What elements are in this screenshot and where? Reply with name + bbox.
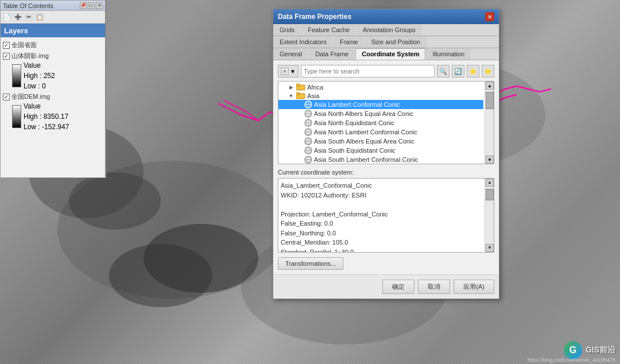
toc-checkbox-provinces[interactable]: ✓ xyxy=(3,42,10,49)
coord-blank xyxy=(281,200,480,210)
toc-layer-dem: ✓ 全国DEM.img Value High : 8350.17 Low : -… xyxy=(1,91,105,132)
toc-toolbar: 📄 ➕ ✂ 📋 xyxy=(1,11,105,24)
search-type-dropdown[interactable]: ≡ ▼ xyxy=(278,65,299,78)
search-input[interactable] xyxy=(301,65,435,78)
search-button[interactable]: 🔍 xyxy=(437,65,450,78)
toc-toolbar-btn-1[interactable]: 📄 xyxy=(2,13,12,22)
tree-item-asia-north-lambert[interactable]: ▶ Asia North Lambert Conformal Conic xyxy=(278,127,483,137)
dialog-title: Data Frame Properties xyxy=(278,13,351,21)
dialog-footer: 确定 取消 应用(A) xyxy=(273,274,499,299)
toc-legend-low: Low : 0 xyxy=(24,82,55,90)
tab-feature-cache[interactable]: Feature Cache xyxy=(301,24,356,36)
projection-icon-south-lambert xyxy=(304,156,312,164)
cancel-button[interactable]: 取消 xyxy=(418,280,450,294)
transformations-button[interactable]: Transformations... xyxy=(278,257,343,270)
search-type-icon: ≡ xyxy=(281,67,289,75)
toc-legend-high: High : 252 xyxy=(24,72,55,80)
asia-south-albers-label: Asia South Albers Equal Area Conic xyxy=(314,138,414,145)
current-coord-label: Current coordinate system: xyxy=(278,169,494,176)
toc-checkbox-hillshade[interactable]: ✓ xyxy=(3,53,10,60)
tab-annotation-groups[interactable]: Annotation Groups xyxy=(356,24,422,36)
projection-icon-north-equidistant xyxy=(304,119,312,127)
dialog-tabs-row2: Extent Indicators Frame Size and Positio… xyxy=(273,36,499,48)
asia-label: Asia xyxy=(307,92,319,99)
tree-item-asia-south-albers[interactable]: ▶ Asia South Albers Equal Area Conic xyxy=(278,137,483,146)
toc-layer-header-provinces: ✓ 全国省面 xyxy=(3,40,103,50)
tab-data-frame[interactable]: Data Frame xyxy=(309,48,355,60)
dialog-tabs-row3: General Data Frame Coordinate System Ill… xyxy=(273,48,499,60)
svg-rect-12 xyxy=(296,92,300,95)
tab-illumination[interactable]: Illumination xyxy=(426,48,471,60)
toc-legend-labels-dem: Value High : 8350.17 Low : -152.947 xyxy=(24,102,69,131)
tree-item-africa[interactable]: ▶ Africa xyxy=(278,83,483,91)
coord-scroll-thumb[interactable] xyxy=(486,189,494,200)
search-btn-add-favorites[interactable]: ⭐ xyxy=(467,65,479,78)
coord-scrollbar[interactable]: ▲ ▼ xyxy=(485,179,494,252)
toc-float-button[interactable]: ▭ xyxy=(88,2,95,9)
asia-folder-icon xyxy=(296,92,305,99)
asia-lambert-label: Asia Lambert Conformal Conic xyxy=(314,101,400,108)
coord-name: Asia_Lambert_Conformal_Conic xyxy=(281,181,480,191)
search-btn-2[interactable]: 🔄 xyxy=(452,65,464,78)
toc-close-button[interactable]: ✕ xyxy=(96,2,103,9)
asia-north-albers-label: Asia North Albers Equal Area Conic xyxy=(314,110,413,117)
coord-scroll-down[interactable]: ▼ xyxy=(486,244,494,252)
tree-item-asia-south-lambert[interactable]: ▶ Asia South Lambert Conformal Conic xyxy=(278,155,483,164)
toc-toolbar-btn-2[interactable]: ➕ xyxy=(13,13,23,22)
tree-item-asia-lambert[interactable]: ▶ Asia Lambert Conformal Conic xyxy=(278,100,483,109)
tree-item-asia-north-albers[interactable]: ▶ Asia North Albers Equal Area Conic xyxy=(278,109,483,118)
search-dropdown-arrow: ▼ xyxy=(290,68,296,75)
ok-button[interactable]: 确定 xyxy=(382,280,414,294)
asia-south-equidistant-label: Asia South Equidistant Conic xyxy=(314,147,396,154)
projection-icon-lambert xyxy=(304,100,312,109)
dialog-content: ≡ ▼ 🔍 🔄 ⭐ ⭐ ▶ Africa xyxy=(273,60,499,274)
tree-scroll-up[interactable]: ▲ xyxy=(486,82,494,90)
toc-layers-header: Layers xyxy=(1,24,105,37)
toc-legend-item-dem: Value High : 8350.17 Low : -152.947 xyxy=(12,102,103,131)
search-btn-settings[interactable]: ⭐ xyxy=(482,65,494,78)
asia-south-lambert-label: Asia South Lambert Conformal Conic xyxy=(314,156,418,163)
coordinate-system-tree[interactable]: ▶ Africa ▼ Asia xyxy=(278,81,494,164)
toc-panel: Table Of Contents 📌 ▭ ✕ 📄 ➕ ✂ 📋 Layers ✓… xyxy=(0,0,106,178)
tree-scroll-down[interactable]: ▼ xyxy=(486,156,494,164)
tree-item-asia-north-equidistant[interactable]: ▶ Asia North Equidistant Conic xyxy=(278,118,483,127)
svg-text:≡: ≡ xyxy=(284,69,286,74)
toc-legend-dem-low: Low : -152.947 xyxy=(24,123,69,131)
dialog-close-button[interactable]: ✕ xyxy=(485,12,494,21)
tab-extent-indicators[interactable]: Extent Indicators xyxy=(273,36,333,48)
apply-button[interactable]: 应用(A) xyxy=(454,280,494,294)
coord-central-meridian: Central_Meridian: 105.0 xyxy=(281,238,480,247)
coord-false-easting: False_Easting: 0.0 xyxy=(281,219,480,229)
url-text: https://blog.csdn.net/weixin_44195475 xyxy=(528,357,615,363)
toc-layer-name-dem: 全国DEM.img xyxy=(11,92,50,101)
tree-scroll-thumb[interactable] xyxy=(486,92,494,109)
toc-layer-legend-dem: Value High : 8350.17 Low : -152.947 xyxy=(3,102,103,131)
coord-false-northing: False_Northing: 0.0 xyxy=(281,229,480,238)
toc-content: ✓ 全国省面 ✓ 山体阴影.img Value High : 252 Low :… xyxy=(1,37,105,177)
coord-info-content: Asia_Lambert_Conformal_Conic WKID: 10201… xyxy=(281,181,491,253)
toc-title-buttons: 📌 ▭ ✕ xyxy=(80,2,103,9)
toc-checkbox-dem[interactable]: ✓ xyxy=(3,94,10,100)
tab-grids[interactable]: Grids xyxy=(273,24,301,36)
toc-title: Table Of Contents xyxy=(3,2,53,9)
toc-pin-button[interactable]: 📌 xyxy=(80,2,87,9)
tab-coordinate-system[interactable]: Coordinate System xyxy=(355,48,425,60)
toc-titlebar: Table Of Contents 📌 ▭ ✕ xyxy=(1,1,105,11)
tab-general[interactable]: General xyxy=(273,48,308,60)
toc-layer-provinces: ✓ 全国省面 xyxy=(1,40,105,51)
tree-scrollbar[interactable]: ▲ ▼ xyxy=(485,82,494,164)
tree-item-asia-south-equidistant[interactable]: ▶ Asia South Equidistant Conic xyxy=(278,146,483,155)
africa-folder-icon xyxy=(296,83,305,91)
toc-layer-header-hillshade: ✓ 山体阴影.img xyxy=(3,51,103,61)
tab-frame[interactable]: Frame xyxy=(334,36,365,48)
dialog-tabs-row1: Grids Feature Cache Annotation Groups xyxy=(273,24,499,36)
toc-toolbar-btn-3[interactable]: ✂ xyxy=(24,13,34,22)
tab-size-position[interactable]: Size and Position xyxy=(365,36,427,48)
toc-toolbar-btn-4[interactable]: 📋 xyxy=(34,13,45,22)
coord-scroll-up[interactable]: ▲ xyxy=(486,179,494,187)
toc-layer-name-provinces: 全国省面 xyxy=(11,41,37,49)
tree-item-asia[interactable]: ▼ Asia xyxy=(278,91,483,100)
search-bar: ≡ ▼ 🔍 🔄 ⭐ ⭐ xyxy=(278,65,494,78)
toc-layer-name-hillshade: 山体阴影.img xyxy=(11,52,49,60)
africa-label: Africa xyxy=(307,84,323,91)
